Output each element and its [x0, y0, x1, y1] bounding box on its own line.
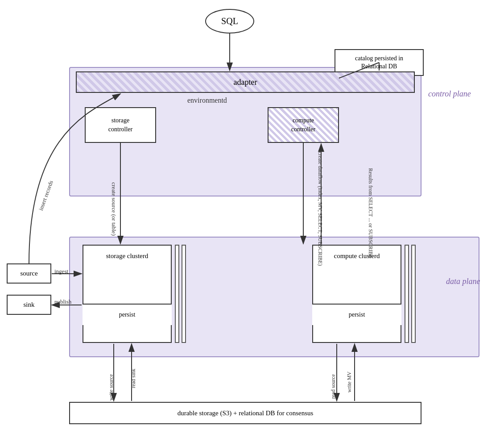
- storage-replica-bar-2: [182, 245, 186, 343]
- adapter-box: adapter: [76, 71, 415, 93]
- write-mv-label: write MV: [346, 372, 353, 392]
- control-plane-label: control plane: [428, 89, 471, 99]
- insert-records-label: insert records: [37, 180, 55, 212]
- durable-storage-box: durable storage (S3) + relational DB for…: [69, 402, 421, 424]
- sql-node: SQL: [205, 9, 254, 33]
- create-source-label: create source (or table): [110, 182, 117, 235]
- data-plane-label: data plane: [446, 277, 480, 286]
- source-label: source: [20, 270, 37, 277]
- results-from-label: Results from SELECT ... or SUBSCRIBE: [367, 168, 374, 259]
- source-box: source: [7, 263, 51, 284]
- sql-label: SQL: [221, 16, 238, 26]
- compute-clusterd-title: compute clusterd: [312, 248, 401, 260]
- storage-persist-box: persist: [83, 304, 172, 325]
- sink-box: sink: [7, 295, 51, 315]
- storage-replica-bars: [175, 245, 186, 343]
- storage-replica-bar-1: [175, 245, 179, 343]
- compute-replica-bar-1: [405, 245, 409, 343]
- compute-controller-label: compute controller: [291, 116, 315, 134]
- compute-replica-bar-2: [411, 245, 416, 343]
- compute-controller-box: compute controller: [268, 107, 339, 143]
- compute-persist-box: persist: [312, 304, 401, 325]
- storage-controller-label: storage controller: [108, 116, 132, 134]
- environmentd-label: environmentd: [187, 96, 227, 104]
- read-source-label: read source: [330, 374, 337, 399]
- storage-controller-box: storage controller: [85, 107, 156, 143]
- create-dataflow-label: create dataflow (index, MV, SELECT, SUBS…: [317, 152, 323, 266]
- publish-label: publish: [54, 298, 71, 305]
- compute-replica-bars: [405, 245, 416, 343]
- compute-persist-label: persist: [349, 311, 365, 318]
- durable-storage-label: durable storage (S3) + relational DB for…: [178, 409, 314, 417]
- diagram-container: control plane data plane SQL catalog per…: [0, 0, 504, 430]
- sink-label: sink: [23, 301, 34, 309]
- storage-clusterd-title: storage clusterd: [83, 248, 172, 260]
- storage-persist-label: persist: [119, 311, 136, 318]
- adapter-label: adapter: [234, 78, 257, 87]
- catalog-label: catalog persisted in Relational DB: [355, 54, 403, 71]
- ingest-label: ingest: [54, 268, 68, 275]
- write-source-label: write source: [108, 374, 115, 401]
- read-sink-label: read sink: [130, 369, 137, 388]
- arrows-svg: [0, 0, 504, 430]
